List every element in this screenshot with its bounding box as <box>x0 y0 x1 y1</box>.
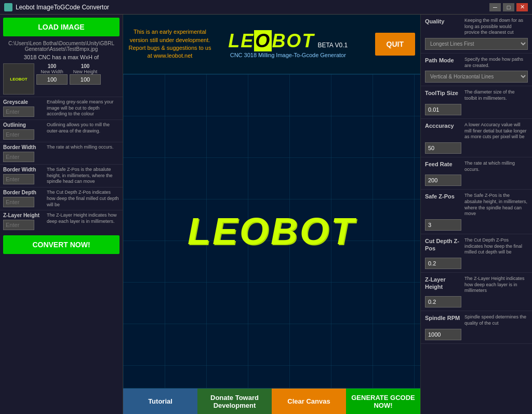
dims-col: 100 New Width 100 New Height <box>36 63 119 85</box>
setting-label-3: Border Width <box>3 167 45 173</box>
right-input-2[interactable] <box>425 104 461 115</box>
right-setting-header-4: Feed Rate The rate at which milling occu… <box>425 161 528 172</box>
setting-label-5: Z-Layer Height <box>3 212 45 219</box>
height-input[interactable] <box>70 74 101 85</box>
right-input-3[interactable] <box>425 142 461 154</box>
right-input-8[interactable] <box>425 329 461 340</box>
right-setting-6: Cut Depth Z-Pos The Cut Depth Z-Pos indi… <box>421 234 532 273</box>
right-dropdown-1[interactable]: Vertical & Horizaontal Lines <box>425 71 528 83</box>
right-desc-0: Keeping the mill down for as long as pos… <box>464 18 528 36</box>
quit-button[interactable]: QUIT <box>375 33 415 56</box>
right-label-5: Safe Z-Pos <box>425 193 461 200</box>
width-sublabel: New Width <box>41 69 63 74</box>
right-panel: Quality Keeping the mill down for as lon… <box>420 15 532 414</box>
tutorial-button[interactable]: Tutorial <box>123 389 197 414</box>
canvas-area: LEOBOT <box>123 74 420 388</box>
right-setting-5: Safe Z-Pos The Safe Z-Pos is the absalut… <box>421 190 532 234</box>
setting-left-4: Border Depth <box>3 190 45 207</box>
right-setting-3: Acccuracy A lower Accuracy value will mi… <box>421 119 532 157</box>
setting-desc-4: The Cut Depth Z-Pos indicates how deep t… <box>47 190 119 208</box>
right-setting-header-3: Acccuracy A lower Accuracy value will mi… <box>425 122 528 140</box>
image-dims-row: LEOBOT 100 New Width 100 New Height <box>0 61 123 97</box>
setting-input-3[interactable] <box>3 174 34 184</box>
setting-desc-3: The Safe Z-Pos is the absalute height, i… <box>47 167 119 185</box>
right-input-6[interactable] <box>425 258 461 269</box>
setting-left-3: Border Width <box>3 167 45 184</box>
left-panel: LOAD IMAGE C:\Users\Leon Bothai\Document… <box>0 15 123 414</box>
close-button[interactable]: ✕ <box>516 3 528 11</box>
right-label-0: Quality <box>425 18 461 25</box>
left-settings: Greyscale Enabling grey-scale means your… <box>0 97 123 232</box>
convert-button[interactable]: CONVERT NOW! <box>3 235 119 254</box>
dims-row: 100 New Width 100 New Height <box>36 63 119 85</box>
setting-desc-5: The Z-Layer Height indicates how deep ea… <box>47 212 119 224</box>
right-input-5[interactable] <box>425 219 461 231</box>
setting-input-1[interactable] <box>3 129 34 140</box>
left-setting-row-5: Z-Layer Height The Z-Layer Height indica… <box>0 210 123 232</box>
right-desc-5: The Safe Z-Pos is the absalute height, i… <box>464 193 528 217</box>
right-desc-7: The Z-Layer Height indicates how deep ea… <box>464 276 528 294</box>
right-input-4[interactable] <box>425 175 461 186</box>
right-setting-header-1: Path Mode Specify the mode how paths are… <box>425 57 528 69</box>
right-dropdown-0[interactable]: Longest Lines First <box>425 38 528 50</box>
right-input-row-0: Longest Lines First <box>425 38 528 50</box>
setting-desc-1: Outlining allows you to mill the outer-a… <box>47 122 119 134</box>
setting-left-2: Border Width <box>3 144 45 162</box>
setting-label-0: Greyscale <box>3 99 45 105</box>
bottom-bar: Tutorial Donate Toward Development Clear… <box>123 388 420 414</box>
setting-left-5: Z-Layer Height <box>3 212 45 230</box>
setting-input-4[interactable] <box>3 197 34 207</box>
right-desc-1: Specify the mode how paths are created. <box>464 57 528 69</box>
header-notice: This is an early experimental version st… <box>128 28 211 60</box>
right-label-2: ToolTip Size <box>425 89 461 97</box>
right-input-row-7 <box>425 296 528 308</box>
left-setting-row-4: Border Depth The Cut Depth Z-Pos indicat… <box>0 187 123 210</box>
right-label-1: Path Mode <box>425 57 461 64</box>
main-layout: LOAD IMAGE C:\Users\Leon Bothai\Document… <box>0 15 532 414</box>
height-box: 100 New Height <box>70 63 101 85</box>
right-desc-6: The Cut Depth Z-Pos indicates how deep t… <box>464 237 528 256</box>
maximize-button[interactable]: □ <box>503 3 514 11</box>
right-input-row-8 <box>425 329 528 340</box>
clear-canvas-button[interactable]: Clear Canvas <box>272 389 346 414</box>
right-input-row-2 <box>425 104 528 115</box>
height-value-label: 100 <box>81 63 90 69</box>
image-preview: LEOBOT <box>3 63 34 95</box>
center-panel: This is an early experimental version st… <box>123 15 420 414</box>
right-setting-8: Spindle RPM Spindle speed determines the… <box>421 311 532 343</box>
right-setting-header-7: Z-Layer Height The Z-Layer Height indica… <box>425 276 528 294</box>
minimize-button[interactable]: ─ <box>489 3 501 11</box>
load-image-button[interactable]: LOAD IMAGE <box>3 18 119 36</box>
window-controls: ─ □ ✕ <box>489 3 528 11</box>
donate-button[interactable]: Donate Toward Development <box>197 389 272 414</box>
right-input-row-1: Vertical & Horizaontal Lines <box>425 71 528 83</box>
left-setting-row-1: Outlining Outlining allows you to mill t… <box>0 119 123 142</box>
right-input-7[interactable] <box>425 296 461 308</box>
logo-o: O <box>254 30 272 51</box>
setting-label-2: Border Width <box>3 144 45 151</box>
notice-text: This is an early experimental version st… <box>128 28 211 60</box>
setting-input-0[interactable] <box>3 106 34 117</box>
right-label-3: Acccuracy <box>425 122 461 129</box>
right-input-row-3 <box>425 142 528 154</box>
right-setting-header-2: ToolTip Size The diameter size of the to… <box>425 89 528 101</box>
left-setting-row-3: Border Width The Safe Z-Pos is the absal… <box>0 164 123 187</box>
generate-gcode-button[interactable]: GENERATE GCODE NOW! <box>346 389 420 414</box>
right-input-row-4 <box>425 175 528 186</box>
setting-label-4: Border Depth <box>3 190 45 196</box>
right-setting-2: ToolTip Size The diameter size of the to… <box>421 86 532 118</box>
cnc-info: 3018 CNC has a max WxH of <box>0 53 123 61</box>
subtitle-text: CNC 3018 Milling Image-To-Gcode Generato… <box>230 52 346 58</box>
width-value-label: 100 <box>48 63 57 69</box>
width-box: 100 New Width <box>36 63 68 85</box>
setting-desc-0: Enabling grey-scale means your image wil… <box>47 99 119 117</box>
header-branding: LEOBOT BETA V0.1 CNC 3018 Milling Image-… <box>211 30 365 58</box>
beta-label: BETA V0.1 <box>317 42 348 49</box>
logo-text: LEOBOT <box>228 30 314 52</box>
setting-input-5[interactable] <box>3 220 34 230</box>
left-setting-row-2: Border Width The rate at which milling o… <box>0 142 123 164</box>
setting-input-2[interactable] <box>3 152 34 162</box>
width-input[interactable] <box>36 74 68 85</box>
right-input-row-5 <box>425 219 528 231</box>
right-desc-3: A lower Accuracy value will mill finer d… <box>464 122 528 140</box>
